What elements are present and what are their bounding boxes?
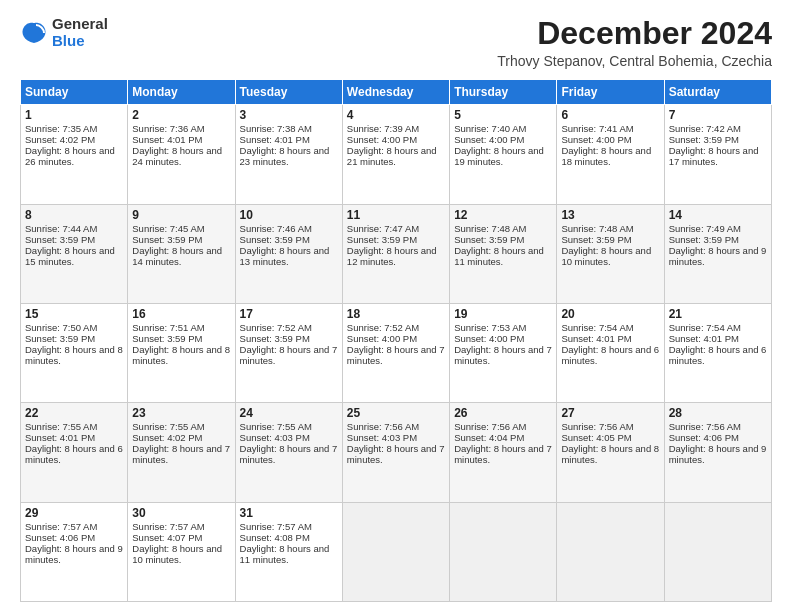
day-number: 10 <box>240 208 338 222</box>
daylight-text: Daylight: 8 hours and 12 minutes. <box>347 245 437 267</box>
sunset-text: Sunset: 4:02 PM <box>132 432 202 443</box>
sunset-text: Sunset: 4:00 PM <box>347 134 417 145</box>
sunrise-text: Sunrise: 7:57 AM <box>240 521 312 532</box>
sunset-text: Sunset: 3:59 PM <box>25 234 95 245</box>
daylight-text: Daylight: 8 hours and 8 minutes. <box>25 344 123 366</box>
day-number: 6 <box>561 108 659 122</box>
sunset-text: Sunset: 4:00 PM <box>347 333 417 344</box>
calendar-cell: 2Sunrise: 7:36 AMSunset: 4:01 PMDaylight… <box>128 105 235 204</box>
day-number: 23 <box>132 406 230 420</box>
day-number: 20 <box>561 307 659 321</box>
sunset-text: Sunset: 3:59 PM <box>669 234 739 245</box>
calendar-cell: 19Sunrise: 7:53 AMSunset: 4:00 PMDayligh… <box>450 303 557 402</box>
sunset-text: Sunset: 4:00 PM <box>454 333 524 344</box>
sunset-text: Sunset: 4:00 PM <box>454 134 524 145</box>
sunrise-text: Sunrise: 7:48 AM <box>561 223 633 234</box>
col-header-monday: Monday <box>128 80 235 105</box>
daylight-text: Daylight: 8 hours and 8 minutes. <box>132 344 230 366</box>
daylight-text: Daylight: 8 hours and 10 minutes. <box>561 245 651 267</box>
sunrise-text: Sunrise: 7:56 AM <box>347 421 419 432</box>
daylight-text: Daylight: 8 hours and 23 minutes. <box>240 145 330 167</box>
daylight-text: Daylight: 8 hours and 24 minutes. <box>132 145 222 167</box>
sunrise-text: Sunrise: 7:56 AM <box>669 421 741 432</box>
sunrise-text: Sunrise: 7:55 AM <box>25 421 97 432</box>
sunset-text: Sunset: 3:59 PM <box>240 333 310 344</box>
daylight-text: Daylight: 8 hours and 7 minutes. <box>347 443 445 465</box>
sunrise-text: Sunrise: 7:50 AM <box>25 322 97 333</box>
sunset-text: Sunset: 4:07 PM <box>132 532 202 543</box>
calendar-cell <box>342 502 449 601</box>
sunset-text: Sunset: 3:59 PM <box>669 134 739 145</box>
day-number: 22 <box>25 406 123 420</box>
daylight-text: Daylight: 8 hours and 8 minutes. <box>561 443 659 465</box>
calendar-cell: 9Sunrise: 7:45 AMSunset: 3:59 PMDaylight… <box>128 204 235 303</box>
calendar-page: General Blue December 2024 Trhovy Stepan… <box>0 0 792 612</box>
calendar-cell: 26Sunrise: 7:56 AMSunset: 4:04 PMDayligh… <box>450 403 557 502</box>
sunset-text: Sunset: 4:06 PM <box>25 532 95 543</box>
calendar-cell: 3Sunrise: 7:38 AMSunset: 4:01 PMDaylight… <box>235 105 342 204</box>
calendar-cell: 25Sunrise: 7:56 AMSunset: 4:03 PMDayligh… <box>342 403 449 502</box>
sunrise-text: Sunrise: 7:42 AM <box>669 123 741 134</box>
col-header-saturday: Saturday <box>664 80 771 105</box>
sunset-text: Sunset: 3:59 PM <box>132 234 202 245</box>
day-number: 4 <box>347 108 445 122</box>
daylight-text: Daylight: 8 hours and 7 minutes. <box>132 443 230 465</box>
sunrise-text: Sunrise: 7:57 AM <box>132 521 204 532</box>
sunrise-text: Sunrise: 7:54 AM <box>561 322 633 333</box>
day-number: 31 <box>240 506 338 520</box>
daylight-text: Daylight: 8 hours and 26 minutes. <box>25 145 115 167</box>
col-header-thursday: Thursday <box>450 80 557 105</box>
sunset-text: Sunset: 3:59 PM <box>240 234 310 245</box>
sunrise-text: Sunrise: 7:56 AM <box>454 421 526 432</box>
week-row-1: 1Sunrise: 7:35 AMSunset: 4:02 PMDaylight… <box>21 105 772 204</box>
title-block: December 2024 Trhovy Stepanov, Central B… <box>497 16 772 69</box>
logo-general: General <box>52 16 108 33</box>
col-header-sunday: Sunday <box>21 80 128 105</box>
sunrise-text: Sunrise: 7:49 AM <box>669 223 741 234</box>
day-number: 19 <box>454 307 552 321</box>
sunset-text: Sunset: 4:04 PM <box>454 432 524 443</box>
calendar-cell: 12Sunrise: 7:48 AMSunset: 3:59 PMDayligh… <box>450 204 557 303</box>
sunrise-text: Sunrise: 7:45 AM <box>132 223 204 234</box>
sunrise-text: Sunrise: 7:44 AM <box>25 223 97 234</box>
daylight-text: Daylight: 8 hours and 9 minutes. <box>669 443 767 465</box>
daylight-text: Daylight: 8 hours and 6 minutes. <box>561 344 659 366</box>
sunset-text: Sunset: 3:59 PM <box>132 333 202 344</box>
sunrise-text: Sunrise: 7:55 AM <box>240 421 312 432</box>
calendar-cell: 16Sunrise: 7:51 AMSunset: 3:59 PMDayligh… <box>128 303 235 402</box>
calendar-cell: 8Sunrise: 7:44 AMSunset: 3:59 PMDaylight… <box>21 204 128 303</box>
calendar-cell: 1Sunrise: 7:35 AMSunset: 4:02 PMDaylight… <box>21 105 128 204</box>
calendar-table: SundayMondayTuesdayWednesdayThursdayFrid… <box>20 79 772 602</box>
calendar-cell: 23Sunrise: 7:55 AMSunset: 4:02 PMDayligh… <box>128 403 235 502</box>
sunset-text: Sunset: 4:08 PM <box>240 532 310 543</box>
day-number: 15 <box>25 307 123 321</box>
daylight-text: Daylight: 8 hours and 14 minutes. <box>132 245 222 267</box>
day-number: 11 <box>347 208 445 222</box>
sunset-text: Sunset: 3:59 PM <box>561 234 631 245</box>
day-number: 30 <box>132 506 230 520</box>
calendar-cell: 13Sunrise: 7:48 AMSunset: 3:59 PMDayligh… <box>557 204 664 303</box>
daylight-text: Daylight: 8 hours and 7 minutes. <box>240 443 338 465</box>
sunrise-text: Sunrise: 7:56 AM <box>561 421 633 432</box>
daylight-text: Daylight: 8 hours and 10 minutes. <box>132 543 222 565</box>
logo-text: General Blue <box>52 16 108 49</box>
day-number: 16 <box>132 307 230 321</box>
sunrise-text: Sunrise: 7:54 AM <box>669 322 741 333</box>
daylight-text: Daylight: 8 hours and 17 minutes. <box>669 145 759 167</box>
daylight-text: Daylight: 8 hours and 18 minutes. <box>561 145 651 167</box>
day-number: 29 <box>25 506 123 520</box>
calendar-cell: 10Sunrise: 7:46 AMSunset: 3:59 PMDayligh… <box>235 204 342 303</box>
sunrise-text: Sunrise: 7:47 AM <box>347 223 419 234</box>
sunrise-text: Sunrise: 7:55 AM <box>132 421 204 432</box>
sunset-text: Sunset: 3:59 PM <box>454 234 524 245</box>
sunset-text: Sunset: 3:59 PM <box>347 234 417 245</box>
day-number: 12 <box>454 208 552 222</box>
day-number: 5 <box>454 108 552 122</box>
calendar-cell <box>450 502 557 601</box>
header-row: SundayMondayTuesdayWednesdayThursdayFrid… <box>21 80 772 105</box>
sunset-text: Sunset: 4:01 PM <box>561 333 631 344</box>
sunset-text: Sunset: 4:06 PM <box>669 432 739 443</box>
day-number: 18 <box>347 307 445 321</box>
day-number: 1 <box>25 108 123 122</box>
daylight-text: Daylight: 8 hours and 21 minutes. <box>347 145 437 167</box>
